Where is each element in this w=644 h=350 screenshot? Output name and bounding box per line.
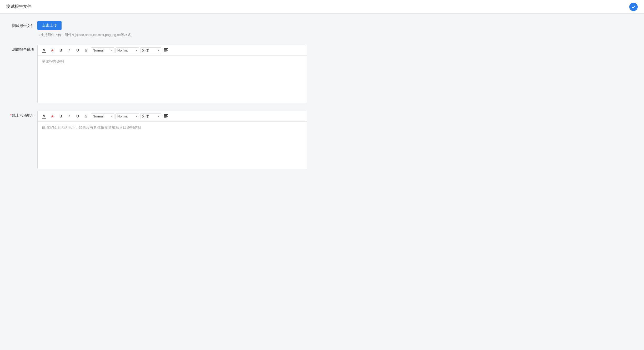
font-style-icon: A xyxy=(51,48,54,52)
address-label: 线上活动地址 xyxy=(8,111,37,118)
address-content: A A B I U xyxy=(37,111,307,169)
address-align-button[interactable] xyxy=(162,112,170,120)
address-size-select-1[interactable]: Normal H1 H2 H3 xyxy=(91,113,114,119)
font-color-button[interactable]: A xyxy=(40,47,48,54)
svg-rect-7 xyxy=(164,117,167,118)
address-font-color-button[interactable]: A xyxy=(40,112,48,120)
align-icon xyxy=(164,48,168,52)
address-editor-body[interactable]: 请填写线上活动地址，如果没有具体链接请填写入口说明信息 xyxy=(38,122,307,169)
address-bold-button[interactable]: B xyxy=(57,112,64,120)
description-toolbar: A A B I U xyxy=(38,45,307,56)
underline-button[interactable]: U xyxy=(74,47,81,54)
address-font-style-icon: A xyxy=(51,114,54,118)
upload-button[interactable]: 点击上传 xyxy=(37,21,62,30)
address-align-icon xyxy=(164,114,168,118)
address-toolbar: A A B I U xyxy=(38,111,307,122)
page-title: 测试报告文件 xyxy=(6,4,32,9)
strikethrough-button[interactable]: S xyxy=(82,47,90,54)
upload-content: 点击上传 （支持附件上传，附件支持doc,docs,xls,xlsx,png,j… xyxy=(37,21,307,37)
address-font-select[interactable]: 宋体 黑体 楷体 Arial xyxy=(140,113,161,119)
upload-label: 测试报告文件 xyxy=(8,21,37,28)
bold-button[interactable]: B xyxy=(57,47,64,54)
address-field-row: 线上活动地址 A A xyxy=(8,111,307,169)
address-underline-button[interactable]: U xyxy=(74,112,81,120)
description-label: 测试报告说明 xyxy=(8,45,37,52)
svg-rect-2 xyxy=(164,50,168,51)
page-container: 测试报告文件 测试报告文件 点击上传 （支持附件上传，附件支持doc,docs,… xyxy=(0,0,644,350)
description-content: A A B I U xyxy=(37,45,307,103)
svg-rect-4 xyxy=(164,114,168,115)
font-select[interactable]: 宋体 黑体 楷体 Arial xyxy=(140,47,161,53)
address-strikethrough-button[interactable]: S xyxy=(82,112,90,120)
content-area: 测试报告文件 点击上传 （支持附件上传，附件支持doc,docs,xls,xls… xyxy=(0,14,316,184)
size-select-2[interactable]: Normal Small Large xyxy=(115,47,139,53)
address-italic-button[interactable]: I xyxy=(66,112,73,120)
address-editor: A A B I U xyxy=(37,111,307,169)
align-button[interactable] xyxy=(162,47,170,54)
avatar xyxy=(629,3,638,11)
font-style-button[interactable]: A xyxy=(49,47,56,54)
address-font-color-icon: A xyxy=(42,114,46,119)
font-color-icon: A xyxy=(42,48,46,53)
svg-rect-5 xyxy=(164,115,167,116)
address-font-style-button[interactable]: A xyxy=(49,112,56,120)
svg-rect-0 xyxy=(164,48,168,49)
svg-rect-3 xyxy=(164,52,167,52)
description-editor-body[interactable]: 测试报告说明 xyxy=(38,56,307,103)
size-select-1[interactable]: Normal H1 H2 H3 xyxy=(91,47,114,53)
description-field-row: 测试报告说明 A A xyxy=(8,45,307,103)
italic-button[interactable]: I xyxy=(66,47,73,54)
upload-hint: （支持附件上传，附件支持doc,docs,xls,xlsx,png,jpg,tx… xyxy=(37,33,307,37)
svg-rect-6 xyxy=(164,116,168,117)
svg-rect-1 xyxy=(164,49,167,50)
upload-field-row: 测试报告文件 点击上传 （支持附件上传，附件支持doc,docs,xls,xls… xyxy=(8,21,307,37)
description-editor: A A B I U xyxy=(37,45,307,103)
address-size-select-2[interactable]: Normal Small Large xyxy=(115,113,139,119)
header-bar: 测试报告文件 xyxy=(0,0,644,14)
